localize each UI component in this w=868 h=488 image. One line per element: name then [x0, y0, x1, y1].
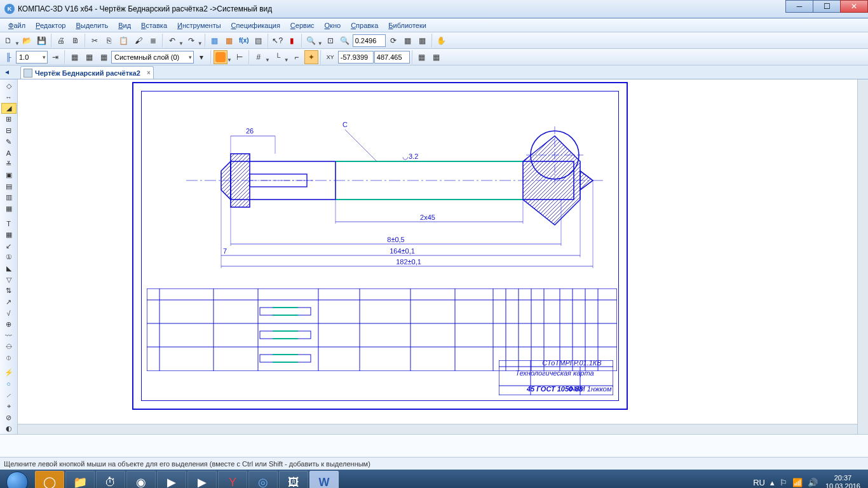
wave-tool-button[interactable]: 〰: [1, 330, 17, 341]
aux-tool3[interactable]: ⟋: [1, 390, 17, 401]
tray-network-icon[interactable]: 📶: [792, 478, 803, 487]
print-button[interactable]: 🖨: [54, 34, 68, 48]
taskbar-explorer[interactable]: 📁: [65, 471, 95, 488]
axis-tool-b-button[interactable]: ⦶: [1, 353, 17, 363]
cut-button[interactable]: ✂: [88, 34, 102, 48]
taskbar-word[interactable]: W: [309, 471, 339, 488]
lineweight-combo[interactable]: 1.0: [16, 51, 48, 64]
taskbar-kompas[interactable]: ◎: [248, 471, 278, 488]
cut-line-button[interactable]: ⇅: [1, 285, 17, 296]
leader-tool-button[interactable]: ↙: [1, 241, 17, 252]
zoom-fit-button[interactable]: ⊡: [323, 34, 337, 48]
zoom-in-button[interactable]: 🔍: [304, 34, 318, 48]
tool-insert[interactable]: ▦: [1, 203, 17, 214]
copy-button[interactable]: ⎘: [102, 34, 116, 48]
roughness-tool-button[interactable]: √: [1, 308, 17, 318]
save-button[interactable]: 💾: [35, 34, 49, 48]
taskbar-app-1[interactable]: ◯: [35, 471, 64, 488]
taskbar-yandex[interactable]: Y: [218, 471, 247, 488]
undo-button[interactable]: ↶: [165, 34, 179, 48]
text-tool-button[interactable]: T: [1, 219, 17, 229]
layers-button[interactable]: ▤: [252, 34, 266, 48]
taskbar-photos[interactable]: 🖼: [279, 471, 308, 488]
vars-button[interactable]: ▦: [222, 34, 236, 48]
aux-tool6[interactable]: ◐: [1, 423, 17, 434]
redo-button[interactable]: ↷: [184, 34, 198, 48]
menu-spec[interactable]: Спецификация: [226, 20, 285, 30]
minimize-button[interactable]: ─: [785, 0, 813, 13]
state-button2[interactable]: ▦: [82, 50, 96, 64]
zoom-window-button[interactable]: 🔍: [338, 34, 352, 48]
menu-view[interactable]: Вид: [113, 20, 136, 30]
tool-grid-b[interactable]: ⊟: [1, 125, 17, 136]
close-button[interactable]: ✕: [840, 0, 868, 13]
paste-button[interactable]: 📋: [117, 34, 131, 48]
axis-tool-a-button[interactable]: ⦵: [1, 341, 17, 352]
horizontal-scrollbar[interactable]: [18, 424, 858, 434]
aux-tool5[interactable]: ⊘: [1, 412, 17, 423]
menu-libs[interactable]: Библиотеки: [383, 20, 431, 30]
aux-tool4[interactable]: ⌖: [1, 401, 17, 412]
start-button[interactable]: [0, 470, 34, 488]
balloon-tool-button[interactable]: ①: [1, 252, 17, 263]
tool-grid-a[interactable]: ⊞: [1, 114, 17, 125]
tray-volume-icon[interactable]: 🔊: [808, 478, 818, 487]
base-tool-button[interactable]: ▽: [1, 274, 17, 285]
menu-select[interactable]: Выделить: [71, 20, 113, 30]
ortho-button[interactable]: └: [271, 50, 285, 64]
maximize-button[interactable]: ☐: [813, 0, 841, 13]
aux-tool2[interactable]: ○: [1, 379, 17, 390]
tool-param[interactable]: A: [1, 147, 17, 158]
tool-geometry[interactable]: ◇: [1, 81, 17, 92]
table-tool-button[interactable]: ▦: [1, 230, 17, 241]
view-mgr-button1[interactable]: ▦: [401, 34, 415, 48]
center-tool-button[interactable]: ⊕: [1, 319, 17, 330]
arrow-tool-button[interactable]: ↗: [1, 297, 17, 308]
document-tab-active[interactable]: Чертёж Беднарский расчётка2 ×: [20, 66, 154, 79]
tray-clock[interactable]: 20:37 10.03.2016: [825, 474, 860, 488]
layer-dropdown-button[interactable]: ▾: [194, 50, 208, 64]
aux-tool1[interactable]: ⚡: [1, 368, 17, 379]
taskbar-chrome[interactable]: ◉: [126, 471, 156, 488]
zoom-input[interactable]: [353, 34, 386, 47]
coord-y-input[interactable]: [374, 51, 410, 64]
tray-lang[interactable]: RU: [753, 478, 765, 487]
misc-button1[interactable]: ▦: [415, 50, 429, 64]
select-arrow-button[interactable]: ↖?: [271, 34, 285, 48]
round-button[interactable]: ⌐: [290, 50, 304, 64]
tool-measure[interactable]: ≚: [1, 159, 17, 170]
dim-button[interactable]: ⊢: [233, 50, 247, 64]
menu-tools[interactable]: Инструменты: [172, 20, 226, 30]
menu-file[interactable]: Файл: [3, 20, 31, 30]
taskbar-app-2[interactable]: ⏱: [96, 471, 125, 488]
drawing-canvas[interactable]: 26 С ◡3.2 2х45 8±0,5 164±0,1 182±0,1 7: [18, 79, 868, 434]
refresh-button[interactable]: ⟳: [386, 34, 400, 48]
menu-window[interactable]: Окно: [320, 20, 346, 30]
menu-insert[interactable]: Вставка: [136, 20, 172, 30]
hand-button[interactable]: ✋: [435, 34, 449, 48]
linestyle-button[interactable]: ╟: [1, 50, 15, 64]
menu-service[interactable]: Сервис: [285, 20, 320, 30]
tab-close-icon[interactable]: ×: [147, 69, 151, 76]
snap-toggle-button[interactable]: [214, 50, 227, 64]
fx-button[interactable]: f(x): [237, 34, 251, 48]
local-cs-button[interactable]: ✦: [304, 50, 318, 64]
grid-button[interactable]: #: [252, 50, 266, 64]
step-button[interactable]: ⇥: [48, 50, 62, 64]
print-preview-button[interactable]: 🗎: [69, 34, 83, 48]
tray-action-center-icon[interactable]: ⚐: [780, 478, 787, 487]
new-button[interactable]: 🗋: [1, 34, 15, 48]
tool-reports[interactable]: ▥: [1, 192, 17, 203]
tray-chevron-icon[interactable]: ▴: [770, 478, 775, 487]
state-button1[interactable]: ▦: [67, 50, 81, 64]
weld-tool-button[interactable]: ◣: [1, 263, 17, 274]
stop-button[interactable]: ▮: [285, 34, 299, 48]
coord-x-input[interactable]: [338, 51, 374, 64]
misc-button2[interactable]: ▦: [430, 50, 444, 64]
state-button3[interactable]: ▦: [97, 50, 111, 64]
taskbar-media[interactable]: ▶: [157, 471, 186, 488]
layer-combo[interactable]: Системный слой (0): [111, 51, 194, 64]
menu-help[interactable]: Справка: [346, 20, 383, 30]
taskbar-app-3[interactable]: ▶: [187, 471, 217, 488]
props-button[interactable]: ≣: [146, 34, 160, 48]
